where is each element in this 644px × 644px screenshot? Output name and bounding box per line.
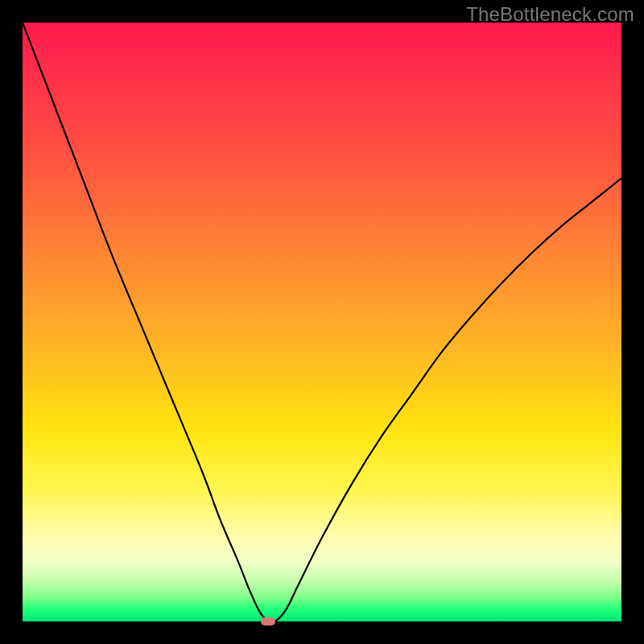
optimal-marker <box>261 617 275 625</box>
bottleneck-curve <box>23 23 621 621</box>
chart-frame: TheBottleneck.com <box>0 0 644 644</box>
plot-area <box>23 23 621 621</box>
watermark-text: TheBottleneck.com <box>466 3 634 26</box>
